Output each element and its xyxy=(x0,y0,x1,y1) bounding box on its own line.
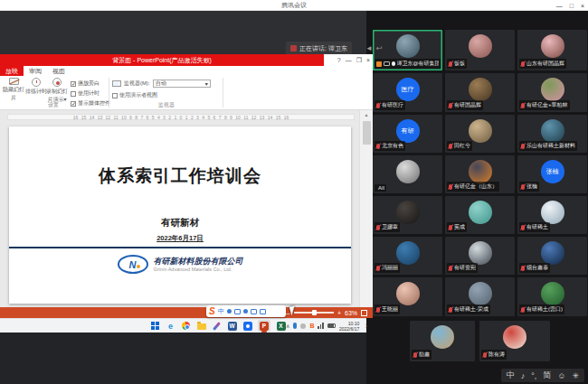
participant-name: 有研稀土(营口) xyxy=(526,305,563,314)
record-icon xyxy=(52,78,62,87)
checkbox-icon xyxy=(71,81,76,87)
participant-label: 卫娜章 xyxy=(375,222,400,232)
pen-tool-icon[interactable] xyxy=(212,321,222,331)
ime-lang-indicator[interactable]: 中 xyxy=(507,370,515,381)
vertical-scrollbar[interactable]: ▲ xyxy=(359,110,373,307)
tray-chevron-icon[interactable]: ∧ xyxy=(286,323,289,329)
ime-punct-indicator[interactable]: °, xyxy=(531,371,536,380)
tray-app-icon[interactable] xyxy=(300,323,306,329)
maximize-button[interactable]: □ xyxy=(570,3,574,9)
edge-icon[interactable]: e xyxy=(166,321,175,331)
mic-muted-icon xyxy=(521,61,525,67)
slide-title: 体系索引工作培训会 xyxy=(9,164,351,188)
host-badge-icon xyxy=(376,61,382,67)
tray-mic-icon[interactable] xyxy=(293,323,297,329)
file-explorer-icon[interactable] xyxy=(196,321,206,331)
ime-punctuation-icon[interactable] xyxy=(234,309,241,314)
company-name-en: Grinm Advanced Materials Co., Ltd. xyxy=(154,267,243,272)
presenter-view-checkbox[interactable]: 使用演示者视图 xyxy=(112,91,157,99)
help-icon[interactable]: ? xyxy=(337,57,341,63)
participant-tile[interactable]: 陈有涛 xyxy=(479,321,550,361)
ime-settings-icon[interactable]: ✳ xyxy=(572,371,579,380)
ppt-minimize-button[interactable]: — xyxy=(346,57,352,63)
tencent-meeting-icon[interactable] xyxy=(242,321,252,331)
participant-avatar xyxy=(469,282,492,305)
participant-tile[interactable]: 有研稀土(营口) xyxy=(517,277,587,316)
ime-mode-chinese[interactable]: 中 xyxy=(218,307,224,316)
tab-slideshow[interactable]: 放映 xyxy=(0,66,24,76)
ppt-restore-button[interactable]: ❐ xyxy=(356,57,362,64)
mic-muted-icon xyxy=(449,225,452,230)
chrome-icon[interactable] xyxy=(181,321,191,331)
participant-tile[interactable]: 有研亿金（山东） xyxy=(445,155,515,193)
ime-status-bar[interactable]: 中♪°,简☺✳ xyxy=(501,369,584,382)
participant-tile[interactable]: 卫娜章 xyxy=(373,196,442,234)
fit-to-window-icon[interactable] xyxy=(361,310,367,316)
participant-tile[interactable]: 冯丽丽 xyxy=(373,237,442,275)
participant-tile[interactable]: 宪成 xyxy=(445,196,515,234)
mic-muted-icon xyxy=(449,184,452,190)
ime-toolbar[interactable]: S 中 xyxy=(206,305,286,317)
taskbar: e W P X ∧ B 10:10 2022/6/17 ☽ xyxy=(0,318,366,332)
ime-voice-icon[interactable] xyxy=(243,309,248,314)
participant-tile[interactable]: 谭卫东@有研集团北京 xyxy=(373,30,442,70)
night-mode-icon[interactable]: ☽ xyxy=(363,323,367,329)
participant-tile[interactable]: 张楠 张楠 xyxy=(517,155,587,193)
scroll-up-icon[interactable]: ▲ xyxy=(360,112,373,117)
tab-view[interactable]: 视图 xyxy=(47,66,71,76)
participant-tile[interactable]: 有研亿金+翠柏林 xyxy=(517,73,587,112)
tab-review[interactable]: 审阅 xyxy=(24,66,47,76)
zoom-in-button[interactable]: + xyxy=(337,310,341,316)
zoom-slider-thumb[interactable] xyxy=(312,310,317,315)
participant-tile[interactable]: 医疗 有研医疗 xyxy=(373,73,442,112)
record-slideshow-button[interactable]: 录制幻灯片演示▾ xyxy=(45,78,69,104)
ime-simplified-indicator[interactable]: 简 xyxy=(543,370,551,381)
participant-tile[interactable]: 有研 北京有色 xyxy=(373,115,442,153)
ime-toolbox-icon[interactable] xyxy=(260,309,266,314)
participant-tile[interactable]: 烟台鑫泰 xyxy=(517,237,587,275)
sogou-logo-icon[interactable]: S xyxy=(209,307,215,316)
participant-tile[interactable]: 励鑫 xyxy=(410,321,475,361)
participant-avatar xyxy=(396,34,420,58)
participant-tile[interactable]: 田红兮 xyxy=(445,115,515,153)
slide[interactable]: 体系索引工作培训会 有研新材 2022年6月17日 N 有研新材料股份有限公司 … xyxy=(9,126,351,304)
participant-tile[interactable]: 有研稀土 xyxy=(517,196,587,234)
play-narrations-checkbox[interactable]: 播放旁白 xyxy=(71,80,110,88)
participant-avatar xyxy=(541,241,564,265)
powerpoint-icon[interactable]: P xyxy=(258,320,270,332)
participant-tile[interactable]: 饭饭 xyxy=(445,30,515,70)
mic-muted-icon xyxy=(376,103,380,108)
ime-fullwidth-icon[interactable] xyxy=(227,309,232,314)
ime-emoji-icon[interactable]: ☺ xyxy=(557,371,565,380)
participant-tile[interactable]: 王晓丽 xyxy=(373,277,442,316)
minimize-button[interactable]: — xyxy=(556,3,563,9)
zoom-slider[interactable] xyxy=(294,312,334,314)
mic-muted-icon xyxy=(521,225,525,230)
battery-icon[interactable] xyxy=(327,323,336,328)
participant-tile[interactable]: 乐山有研稀土新材料 xyxy=(517,115,587,153)
tray-clock[interactable]: 10:10 2022/6/17 xyxy=(339,321,359,332)
ime-voice-icon[interactable]: ♪ xyxy=(521,371,526,380)
use-timings-checkbox[interactable]: 使用计时 xyxy=(71,89,110,98)
wifi-icon[interactable] xyxy=(318,323,324,329)
ime-keyboard-icon[interactable] xyxy=(251,309,257,314)
participant-tile[interactable]: AII xyxy=(373,155,442,193)
tray-sogou-icon[interactable]: B xyxy=(309,323,314,329)
participant-tile[interactable]: 有研资宛 xyxy=(445,237,515,275)
participant-tile[interactable]: 有研稀土-荣成 xyxy=(445,277,515,316)
mute-overlay-icon[interactable]: ◄ xyxy=(365,44,373,52)
close-button[interactable]: × xyxy=(581,3,584,9)
start-button[interactable] xyxy=(150,321,160,331)
participant-tile[interactable]: 山东有研国晶辉 xyxy=(517,30,587,70)
undo-arrow-icon[interactable]: ↩ xyxy=(376,44,383,52)
word-icon[interactable]: W xyxy=(227,321,237,331)
hide-slide-button[interactable]: 隐藏幻灯片 xyxy=(2,78,25,102)
participant-name: 宪成 xyxy=(454,223,465,231)
participant-tile[interactable]: 有研国晶辉 xyxy=(445,73,515,112)
monitor-dropdown[interactable]: 自动 ▾ xyxy=(153,80,211,88)
excel-icon[interactable]: X xyxy=(276,321,286,331)
zoom-percent[interactable]: 63% xyxy=(345,310,357,316)
ppt-close-button[interactable]: × xyxy=(366,57,370,63)
powerpoint-title: 背景图 - PowerPoint(产品激活失败) xyxy=(0,56,324,65)
scrollbar-thumb[interactable] xyxy=(363,121,371,145)
